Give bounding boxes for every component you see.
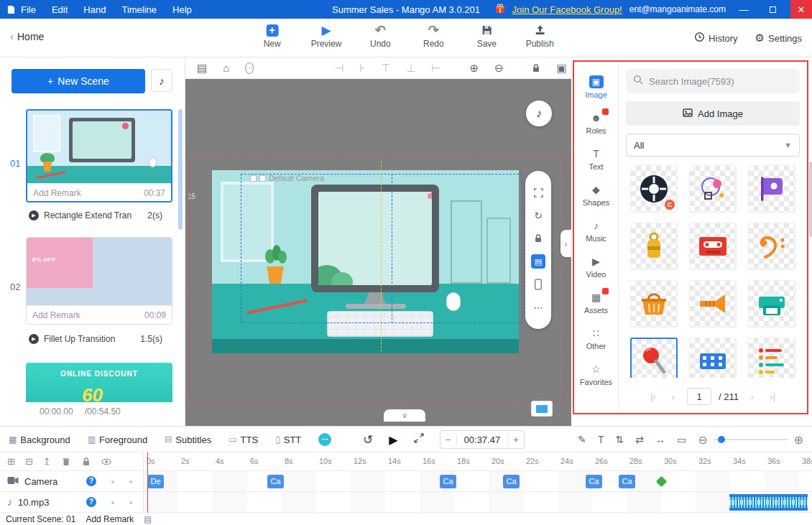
assets-tab-favorites[interactable]: ☆Favorites [574,356,618,392]
keyframe-diamond[interactable] [656,476,668,488]
camera-clip-4[interactable]: Ca [586,475,602,488]
camera-preview-button[interactable] [531,401,553,417]
prev-page-button[interactable]: ‹ [667,391,680,402]
asset-thumbnail-printer[interactable] [748,280,795,327]
zoom-slider[interactable] [714,439,788,440]
asset-thumbnail-bass-clef[interactable] [748,223,795,270]
audio-waveform[interactable] [729,494,808,511]
save-button[interactable]: Save [472,23,501,49]
camera-clip-5[interactable]: Ca [619,475,635,488]
collapse-timeline-chevron[interactable]: ∨ [384,409,425,422]
assets-tab-text[interactable]: TText [574,141,618,177]
assets-tab-other[interactable]: ∷Other [574,320,618,356]
track-toggle-dot[interactable] [111,480,114,483]
home-view-icon[interactable]: ⌂ [223,62,229,74]
help-badge[interactable]: ? [86,476,96,486]
asset-thumbnail-trumpet[interactable] [689,280,737,327]
track-toggle-dot[interactable] [111,501,114,504]
replay-icon[interactable]: ↺ [363,432,373,447]
transition-icon[interactable]: ⇄ [635,434,644,445]
redo-button[interactable]: ↷ Redo [419,23,448,49]
asset-thumbnail-stat-list[interactable] [748,338,795,378]
category-dropdown[interactable]: All ▼ [626,134,800,157]
asset-thumbnail-purple-flag[interactable] [748,165,795,213]
zoom-out-button[interactable]: ⊖ [698,433,707,447]
frame-scale-icon[interactable]: ▭ [677,434,686,445]
menu-hand[interactable]: Hand [83,4,106,15]
visibility-icon[interactable] [101,457,111,467]
assets-tab-video[interactable]: ▶Video [574,248,618,284]
play-button[interactable]: ▶ [389,433,397,447]
assets-tab-shapes[interactable]: ◆Shapes [574,177,618,213]
copy-icon[interactable]: ▣ [557,62,567,75]
scene-artwork[interactable] [212,170,519,353]
camera-handle-icon[interactable] [259,175,266,182]
align-center-icon[interactable]: ⊦ [359,62,365,75]
asset-thumbnail-picnic-basket[interactable] [630,280,678,327]
zoom-in-button[interactable]: ⊕ [794,433,803,447]
history-button[interactable]: History [694,32,737,45]
asset-thumbnail-wheel[interactable]: C [630,165,678,213]
scene-card-2[interactable]: 0% OFF Add Remark 00:09 [26,237,172,325]
camera-clip-2[interactable]: Ca [440,475,456,488]
align-top-icon[interactable]: ⊤ [381,62,390,75]
minimize-button[interactable]: — [733,0,755,19]
new-button[interactable]: + New [258,23,287,49]
page-input[interactable] [687,388,711,405]
menu-file[interactable]: File [21,4,36,15]
camera-handle-icon[interactable] [250,175,257,182]
undo-button[interactable]: ↶ Undo [366,23,395,49]
zoom-out-icon[interactable]: ⊖ [494,62,504,75]
add-folder-icon[interactable]: ⊞ [7,456,15,467]
lock-icon[interactable] [531,63,541,73]
zoom-in-icon[interactable]: ⊕ [469,62,479,75]
align-bottom-icon[interactable]: ⊥ [406,62,415,75]
fit-width-icon[interactable]: ↔ [655,434,665,445]
transition-row-1[interactable]: ▶ Rectangle Extend Tran 2(s) [29,210,172,220]
camera-clip-0[interactable]: De [147,475,164,488]
asset-thumbnail-gold-charm[interactable] [630,223,678,270]
lock-element-icon[interactable] [531,231,545,246]
assets-tab-image[interactable]: ▣Image [574,69,618,105]
camera-clip-3[interactable]: Ca [503,475,520,488]
reorder-icon[interactable]: ⇅ [615,434,624,445]
home-button[interactable]: ‹ Home [10,30,44,42]
scene-audio-button[interactable]: ♪ [526,101,552,126]
menu-timeline[interactable]: Timeline [121,4,157,15]
increase-time-button[interactable]: + [508,434,524,445]
phone-preview-icon[interactable] [531,277,545,292]
sidebar-scrollbar[interactable] [178,109,183,230]
maximize-button[interactable] [762,0,783,19]
facebook-group-link[interactable]: Join Our Facebook Group! [512,4,622,15]
tab-tts[interactable]: ▭TTS [229,435,258,445]
tab-background[interactable]: ▦Background [9,435,70,445]
board-icon[interactable]: ▤ [197,62,207,75]
next-page-button[interactable]: › [746,391,759,402]
more-tabs-icon[interactable]: ⋯ [318,433,331,446]
asset-thumbnail-film-strip[interactable] [689,338,737,378]
audio-track-lane[interactable] [144,492,812,512]
scene-2-remark[interactable]: Add Remark [32,310,80,320]
text-tool-icon[interactable]: T [598,434,604,445]
lock-track-icon[interactable] [81,457,91,467]
publish-button[interactable]: Publish [525,23,554,49]
new-scene-button[interactable]: + New Scene [11,69,145,93]
expand-panel-chevron[interactable]: › [560,230,571,257]
menu-help[interactable]: Help [172,4,192,15]
timeline-ruler-lane[interactable]: 0s2s4s6s8s10s12s14s16s18s20s22s24s26s28s… [144,452,812,470]
camera-clip-1[interactable]: Ca [267,475,284,488]
folder-icon[interactable]: ⊟ [25,456,33,467]
assets-tab-assets[interactable]: ▦Assets [574,284,618,320]
flip-icon[interactable]: ↻ [531,208,545,223]
edit-subtitle-icon[interactable]: ✎ [578,434,586,445]
zoom-slider-thumb[interactable] [718,436,725,443]
assets-scrollbar[interactable] [809,162,812,237]
scene-music-button[interactable]: ♪ [151,69,172,92]
delete-icon[interactable] [61,457,71,467]
tab-foreground[interactable]: ▥Foreground [88,435,148,445]
track-toggle-dot[interactable] [129,501,132,504]
tab-stt[interactable]: ▯STT [275,435,301,445]
current-scene-remark[interactable]: Add Remark [86,514,134,524]
scene-1-remark[interactable]: Add Remark [33,188,81,198]
image-search-box[interactable] [626,69,800,93]
